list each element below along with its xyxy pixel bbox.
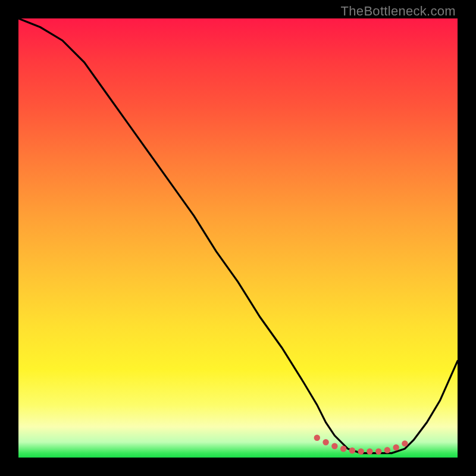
marker-dot: [375, 449, 381, 455]
marker-dot: [358, 449, 364, 455]
marker-dot: [367, 449, 372, 455]
chart-svg: [18, 18, 458, 458]
marker-dot: [322, 439, 328, 445]
marker-dot: [393, 444, 399, 450]
marker-dot: [384, 447, 390, 453]
chart-plot-area: [18, 18, 458, 458]
marker-dot: [340, 446, 346, 452]
chart-frame: TheBottleneck.com: [0, 0, 476, 476]
marker-dot: [314, 435, 320, 441]
marker-dot: [349, 447, 355, 453]
marker-dot: [331, 443, 337, 449]
marker-dot: [402, 440, 408, 446]
bottleneck-curve-line: [18, 18, 458, 453]
watermark-text: TheBottleneck.com: [341, 4, 456, 19]
